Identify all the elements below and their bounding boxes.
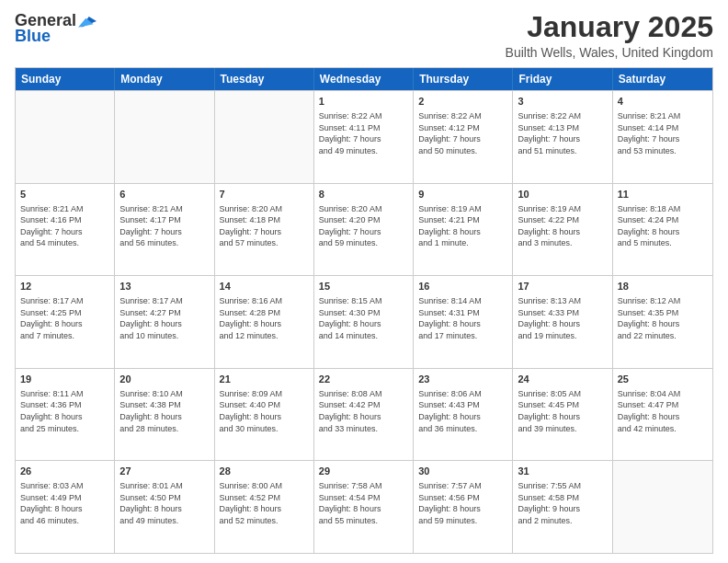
day-cell: 18Sunrise: 8:12 AM Sunset: 4:35 PM Dayli… bbox=[613, 276, 712, 368]
day-cell: 30Sunrise: 7:57 AM Sunset: 4:56 PM Dayli… bbox=[414, 461, 513, 553]
calendar-title: January 2025 bbox=[506, 11, 713, 43]
day-number: 27 bbox=[119, 465, 209, 478]
day-info: Sunrise: 8:05 AM Sunset: 4:45 PM Dayligh… bbox=[518, 388, 607, 434]
day-cell: 31Sunrise: 7:55 AM Sunset: 4:58 PM Dayli… bbox=[513, 461, 612, 553]
day-info: Sunrise: 8:17 AM Sunset: 4:27 PM Dayligh… bbox=[119, 295, 209, 341]
day-info: Sunrise: 8:17 AM Sunset: 4:25 PM Dayligh… bbox=[20, 295, 109, 341]
day-cell: 5Sunrise: 8:21 AM Sunset: 4:16 PM Daylig… bbox=[16, 184, 115, 276]
header: General Blue January 2025 Builth Wells, … bbox=[15, 11, 713, 60]
day-number: 31 bbox=[518, 465, 607, 478]
day-cell: 28Sunrise: 8:00 AM Sunset: 4:52 PM Dayli… bbox=[215, 461, 314, 553]
logo-icon bbox=[78, 12, 97, 30]
day-number: 13 bbox=[119, 280, 209, 293]
day-header-sunday: Sunday bbox=[16, 68, 115, 90]
day-header-monday: Monday bbox=[115, 68, 214, 90]
day-info: Sunrise: 8:21 AM Sunset: 4:14 PM Dayligh… bbox=[618, 110, 708, 156]
day-info: Sunrise: 8:01 AM Sunset: 4:50 PM Dayligh… bbox=[119, 480, 209, 526]
day-info: Sunrise: 7:58 AM Sunset: 4:54 PM Dayligh… bbox=[319, 480, 408, 526]
day-info: Sunrise: 8:11 AM Sunset: 4:36 PM Dayligh… bbox=[20, 388, 109, 434]
day-cell: 29Sunrise: 7:58 AM Sunset: 4:54 PM Dayli… bbox=[314, 461, 414, 553]
day-number: 16 bbox=[418, 280, 507, 293]
day-info: Sunrise: 8:20 AM Sunset: 4:20 PM Dayligh… bbox=[319, 203, 408, 249]
week-row-3: 19Sunrise: 8:11 AM Sunset: 4:36 PM Dayli… bbox=[16, 368, 712, 461]
day-cell bbox=[16, 91, 115, 183]
day-cell: 21Sunrise: 8:09 AM Sunset: 4:40 PM Dayli… bbox=[215, 369, 314, 461]
day-number: 30 bbox=[418, 465, 507, 478]
day-number: 7 bbox=[220, 188, 309, 201]
day-header-tuesday: Tuesday bbox=[215, 68, 314, 90]
day-info: Sunrise: 8:04 AM Sunset: 4:47 PM Dayligh… bbox=[618, 388, 708, 434]
day-cell: 17Sunrise: 8:13 AM Sunset: 4:33 PM Dayli… bbox=[513, 276, 612, 368]
day-number: 25 bbox=[618, 373, 708, 386]
day-number: 23 bbox=[418, 373, 507, 386]
day-number: 24 bbox=[518, 373, 607, 386]
day-number: 9 bbox=[418, 188, 507, 201]
day-cell: 20Sunrise: 8:10 AM Sunset: 4:38 PM Dayli… bbox=[115, 369, 214, 461]
day-number: 14 bbox=[220, 280, 309, 293]
day-cell: 12Sunrise: 8:17 AM Sunset: 4:25 PM Dayli… bbox=[16, 276, 115, 368]
day-info: Sunrise: 8:18 AM Sunset: 4:24 PM Dayligh… bbox=[618, 203, 708, 249]
logo: General Blue bbox=[15, 11, 97, 46]
day-cell bbox=[215, 91, 314, 183]
day-info: Sunrise: 8:22 AM Sunset: 4:11 PM Dayligh… bbox=[319, 110, 408, 156]
day-info: Sunrise: 7:55 AM Sunset: 4:58 PM Dayligh… bbox=[518, 480, 607, 526]
day-info: Sunrise: 8:03 AM Sunset: 4:49 PM Dayligh… bbox=[20, 480, 109, 526]
week-row-0: 1Sunrise: 8:22 AM Sunset: 4:11 PM Daylig… bbox=[16, 90, 712, 183]
day-cell: 8Sunrise: 8:20 AM Sunset: 4:20 PM Daylig… bbox=[314, 184, 414, 276]
day-info: Sunrise: 8:19 AM Sunset: 4:21 PM Dayligh… bbox=[418, 203, 507, 249]
logo-blue-text: Blue bbox=[15, 27, 51, 46]
day-number: 8 bbox=[319, 188, 408, 201]
day-info: Sunrise: 7:57 AM Sunset: 4:56 PM Dayligh… bbox=[418, 480, 507, 526]
week-row-4: 26Sunrise: 8:03 AM Sunset: 4:49 PM Dayli… bbox=[16, 460, 712, 553]
day-info: Sunrise: 8:15 AM Sunset: 4:30 PM Dayligh… bbox=[319, 295, 408, 341]
day-info: Sunrise: 8:20 AM Sunset: 4:18 PM Dayligh… bbox=[220, 203, 309, 249]
day-cell: 9Sunrise: 8:19 AM Sunset: 4:21 PM Daylig… bbox=[414, 184, 513, 276]
day-number: 19 bbox=[20, 373, 109, 386]
day-cell: 16Sunrise: 8:14 AM Sunset: 4:31 PM Dayli… bbox=[414, 276, 513, 368]
day-header-friday: Friday bbox=[513, 68, 612, 90]
day-number: 12 bbox=[20, 280, 109, 293]
day-number: 15 bbox=[319, 280, 408, 293]
day-number: 22 bbox=[319, 373, 408, 386]
day-info: Sunrise: 8:19 AM Sunset: 4:22 PM Dayligh… bbox=[518, 203, 607, 249]
day-number: 28 bbox=[220, 465, 309, 478]
day-header-wednesday: Wednesday bbox=[314, 68, 414, 90]
day-info: Sunrise: 8:12 AM Sunset: 4:35 PM Dayligh… bbox=[618, 295, 708, 341]
day-info: Sunrise: 8:21 AM Sunset: 4:17 PM Dayligh… bbox=[119, 203, 209, 249]
day-cell: 27Sunrise: 8:01 AM Sunset: 4:50 PM Dayli… bbox=[115, 461, 214, 553]
day-number: 26 bbox=[20, 465, 109, 478]
day-cell bbox=[115, 91, 214, 183]
day-info: Sunrise: 8:21 AM Sunset: 4:16 PM Dayligh… bbox=[20, 203, 109, 249]
day-number: 29 bbox=[319, 465, 408, 478]
day-info: Sunrise: 8:06 AM Sunset: 4:43 PM Dayligh… bbox=[418, 388, 507, 434]
page: General Blue January 2025 Builth Wells, … bbox=[0, 0, 728, 563]
day-number: 20 bbox=[119, 373, 209, 386]
day-info: Sunrise: 8:22 AM Sunset: 4:12 PM Dayligh… bbox=[418, 110, 507, 156]
day-cell: 22Sunrise: 8:08 AM Sunset: 4:42 PM Dayli… bbox=[314, 369, 414, 461]
day-cell: 25Sunrise: 8:04 AM Sunset: 4:47 PM Dayli… bbox=[613, 369, 712, 461]
day-number: 10 bbox=[518, 188, 607, 201]
day-info: Sunrise: 8:22 AM Sunset: 4:13 PM Dayligh… bbox=[518, 110, 607, 156]
day-number: 6 bbox=[119, 188, 209, 201]
day-info: Sunrise: 8:13 AM Sunset: 4:33 PM Dayligh… bbox=[518, 295, 607, 341]
day-info: Sunrise: 8:14 AM Sunset: 4:31 PM Dayligh… bbox=[418, 295, 507, 341]
day-cell: 2Sunrise: 8:22 AM Sunset: 4:12 PM Daylig… bbox=[414, 91, 513, 183]
day-info: Sunrise: 8:09 AM Sunset: 4:40 PM Dayligh… bbox=[220, 388, 309, 434]
calendar-subtitle: Builth Wells, Wales, United Kingdom bbox=[506, 45, 713, 60]
week-row-2: 12Sunrise: 8:17 AM Sunset: 4:25 PM Dayli… bbox=[16, 275, 712, 368]
calendar: SundayMondayTuesdayWednesdayThursdayFrid… bbox=[15, 67, 713, 554]
day-number: 1 bbox=[319, 95, 408, 109]
day-cell bbox=[613, 461, 712, 553]
day-number: 4 bbox=[618, 95, 708, 109]
day-info: Sunrise: 8:16 AM Sunset: 4:28 PM Dayligh… bbox=[220, 295, 309, 341]
calendar-header-row: SundayMondayTuesdayWednesdayThursdayFrid… bbox=[16, 68, 712, 90]
day-info: Sunrise: 8:08 AM Sunset: 4:42 PM Dayligh… bbox=[319, 388, 408, 434]
day-header-thursday: Thursday bbox=[414, 68, 513, 90]
day-cell: 24Sunrise: 8:05 AM Sunset: 4:45 PM Dayli… bbox=[513, 369, 612, 461]
day-cell: 6Sunrise: 8:21 AM Sunset: 4:17 PM Daylig… bbox=[115, 184, 214, 276]
week-row-1: 5Sunrise: 8:21 AM Sunset: 4:16 PM Daylig… bbox=[16, 183, 712, 276]
day-info: Sunrise: 8:10 AM Sunset: 4:38 PM Dayligh… bbox=[119, 388, 209, 434]
calendar-body: 1Sunrise: 8:22 AM Sunset: 4:11 PM Daylig… bbox=[16, 90, 712, 553]
day-cell: 15Sunrise: 8:15 AM Sunset: 4:30 PM Dayli… bbox=[314, 276, 414, 368]
day-cell: 1Sunrise: 8:22 AM Sunset: 4:11 PM Daylig… bbox=[314, 91, 414, 183]
